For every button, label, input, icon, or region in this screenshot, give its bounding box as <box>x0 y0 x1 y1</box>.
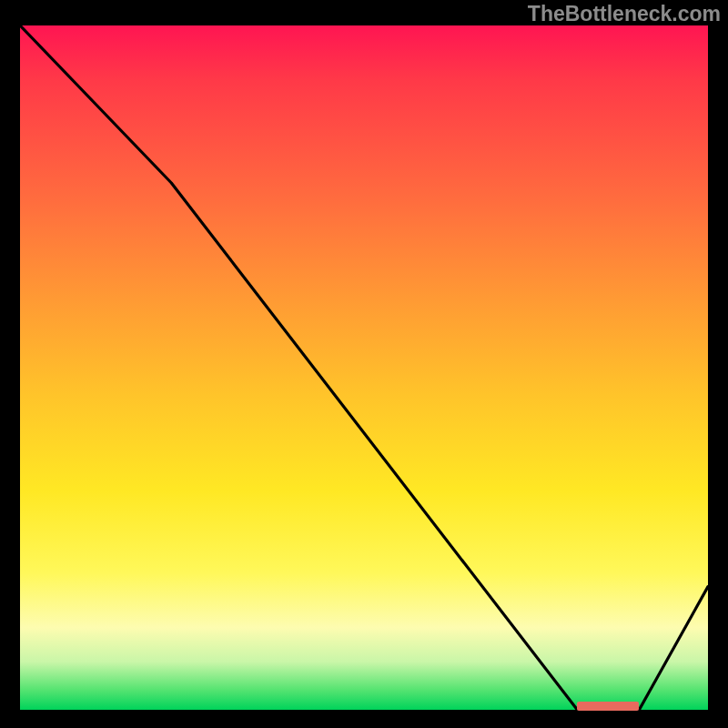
attribution-label: TheBottleneck.com <box>528 2 721 26</box>
chart-container: TheBottleneck.com <box>0 0 728 728</box>
optimal-range-marker <box>577 702 639 711</box>
gradient-background <box>20 25 708 710</box>
plot-area <box>20 25 708 710</box>
